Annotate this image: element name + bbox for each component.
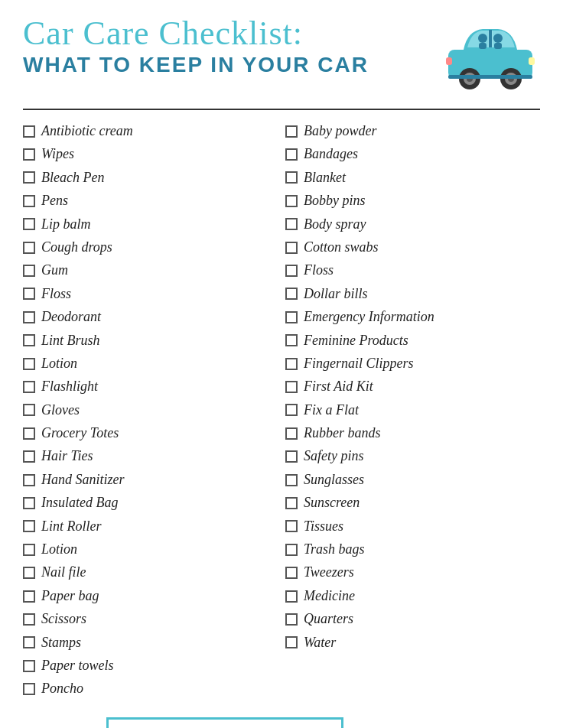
svg-rect-9: [446, 57, 452, 65]
checkbox[interactable]: [23, 195, 35, 207]
checkbox[interactable]: [23, 636, 35, 648]
list-item: Bobby pins: [285, 192, 540, 210]
checkbox[interactable]: [285, 474, 298, 486]
list-item: Wipes: [23, 145, 278, 163]
item-label: Paper bag: [41, 587, 99, 605]
checkbox[interactable]: [285, 613, 298, 626]
checkbox[interactable]: [285, 334, 298, 346]
list-item: Cough drops: [23, 239, 278, 256]
list-item: Fix a Flat: [285, 401, 540, 419]
checkbox[interactable]: [23, 497, 35, 509]
list-item: Trash bags: [285, 541, 540, 558]
list-item: Floss: [285, 262, 540, 279]
list-item: Body spray: [285, 216, 540, 233]
checkbox[interactable]: [285, 288, 298, 300]
item-label: Bandages: [304, 145, 358, 163]
list-item: Nail file: [23, 564, 278, 581]
checkbox[interactable]: [23, 171, 35, 184]
checkbox[interactable]: [23, 148, 35, 161]
svg-rect-13: [479, 43, 487, 49]
checkbox[interactable]: [23, 265, 35, 277]
checkbox[interactable]: [285, 544, 298, 556]
item-label: Blanket: [304, 169, 346, 187]
checkbox[interactable]: [285, 358, 298, 370]
list-item: Lint Brush: [23, 332, 278, 349]
checkbox[interactable]: [23, 427, 35, 440]
checkbox[interactable]: [285, 242, 298, 254]
checkbox[interactable]: [285, 381, 298, 393]
list-item: Gloves: [23, 401, 278, 419]
item-label: Poncho: [41, 680, 83, 697]
checkbox[interactable]: [285, 218, 298, 230]
checkbox[interactable]: [285, 404, 298, 416]
checkbox[interactable]: [23, 683, 35, 695]
divider: [23, 109, 540, 110]
checkbox[interactable]: [23, 218, 35, 230]
list-item: Insulated Bag: [23, 494, 278, 512]
list-item: Tweezers: [285, 564, 540, 581]
checkbox[interactable]: [23, 590, 35, 603]
item-label: Floss: [41, 285, 71, 303]
list-item: Cotton swabs: [285, 239, 540, 256]
list-item: Scissors: [23, 610, 278, 628]
header: Car Care Checklist: What to Keep in Your…: [23, 15, 540, 95]
item-label: Fix a Flat: [304, 401, 359, 419]
item-label: Nail file: [41, 564, 86, 581]
list-item: Medicine: [285, 587, 540, 605]
checkbox[interactable]: [23, 288, 35, 300]
list-item: Baby powder: [285, 122, 540, 140]
checkbox[interactable]: [285, 567, 298, 579]
checkbox[interactable]: [23, 520, 35, 532]
checkbox[interactable]: [23, 358, 35, 370]
list-item: Bleach Pen: [23, 169, 278, 187]
checkbox[interactable]: [23, 404, 35, 416]
list-item: Lip balm: [23, 216, 278, 233]
item-label: Stamps: [41, 634, 81, 652]
checkbox[interactable]: [23, 311, 35, 323]
checkbox[interactable]: [285, 125, 298, 138]
list-item: Safety pins: [285, 447, 540, 465]
item-label: Safety pins: [304, 447, 364, 465]
checkbox[interactable]: [285, 427, 298, 440]
item-label: Cotton swabs: [304, 239, 379, 256]
item-label: Floss: [304, 262, 334, 279]
notes-box[interactable]: [106, 717, 343, 728]
item-label: Body spray: [304, 216, 366, 233]
list-item: Deodorant: [23, 308, 278, 326]
checkbox[interactable]: [285, 195, 298, 207]
checkbox[interactable]: [285, 148, 298, 161]
checkbox[interactable]: [285, 450, 298, 463]
list-item: Stamps: [23, 634, 278, 652]
checkbox[interactable]: [23, 567, 35, 579]
list-item: Floss: [23, 285, 278, 303]
checkbox[interactable]: [23, 544, 35, 556]
checkbox[interactable]: [23, 125, 35, 138]
list-item: Poncho: [23, 680, 278, 697]
item-label: Bleach Pen: [41, 169, 104, 187]
checkbox[interactable]: [23, 474, 35, 486]
right-column: Baby powderBandagesBlanketBobby pinsBody…: [285, 122, 540, 704]
checkbox[interactable]: [285, 171, 298, 184]
checkbox[interactable]: [23, 613, 35, 626]
checkbox[interactable]: [23, 334, 35, 346]
header-text: Car Care Checklist: What to Keep in Your…: [23, 15, 433, 78]
page: Car Care Checklist: What to Keep in Your…: [0, 0, 563, 728]
notes-section: Notes:: [23, 717, 343, 728]
checkbox[interactable]: [285, 590, 298, 603]
checkbox[interactable]: [285, 520, 298, 532]
checkbox[interactable]: [285, 311, 298, 323]
checkbox[interactable]: [23, 381, 35, 393]
list-item: Water: [285, 634, 540, 652]
list-item: Emergency Information: [285, 308, 540, 326]
list-item: Paper bag: [23, 587, 278, 605]
checkbox[interactable]: [285, 636, 298, 648]
checkbox[interactable]: [23, 242, 35, 254]
checkbox[interactable]: [285, 497, 298, 509]
checkbox[interactable]: [23, 660, 35, 672]
checkbox[interactable]: [285, 265, 298, 277]
list-item: Blanket: [285, 169, 540, 187]
item-label: Dollar bills: [304, 285, 368, 303]
checkbox[interactable]: [23, 450, 35, 463]
item-label: Lint Brush: [41, 332, 100, 349]
list-item: Feminine Products: [285, 332, 540, 349]
